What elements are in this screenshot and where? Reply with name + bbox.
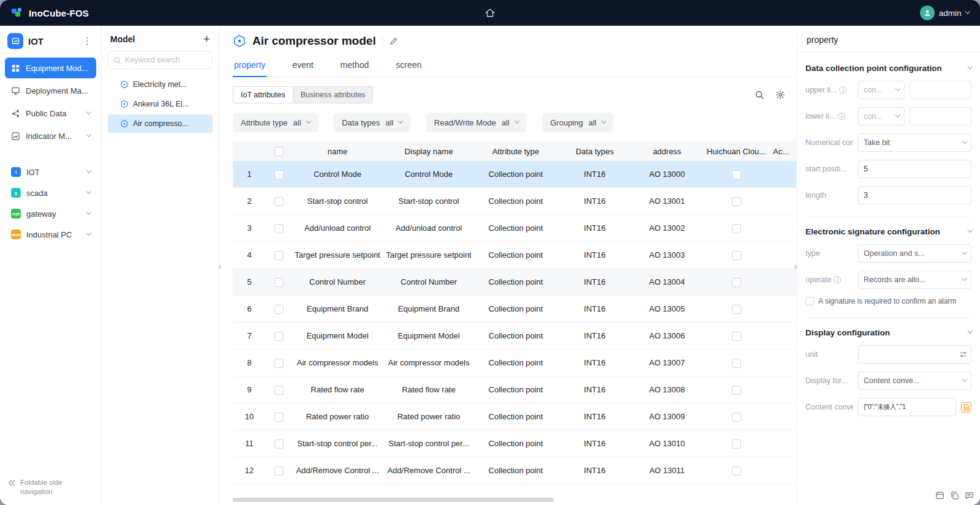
- filter-data-types[interactable]: Data types all: [334, 113, 410, 132]
- table-row[interactable]: 12Add/Remove Control ...Add/Remove Contr…: [233, 457, 796, 484]
- tab-property[interactable]: property: [233, 56, 266, 77]
- filter-attribute-type[interactable]: Attribute type all: [233, 113, 318, 132]
- tab-iot-attributes[interactable]: IoT attributes: [233, 86, 293, 103]
- row-checkbox[interactable]: [274, 251, 284, 260]
- fold-sidebar-button[interactable]: Foldable side navigation: [5, 478, 85, 496]
- sidebar-item-deployment[interactable]: Deployment Ma...: [5, 80, 96, 101]
- huichuan-checkbox[interactable]: [732, 440, 741, 449]
- gear-icon[interactable]: [775, 90, 785, 100]
- home-icon[interactable]: [484, 8, 496, 18]
- start-position-input[interactable]: [858, 160, 971, 178]
- info-icon[interactable]: i: [834, 276, 841, 283]
- table-row[interactable]: 5Control NumberControl NumberCollection …: [233, 269, 796, 296]
- table-row[interactable]: 1Control ModeControl ModeCollection poin…: [233, 161, 796, 188]
- numerical-conversion-select[interactable]: Take bit: [858, 133, 971, 152]
- sidebar-group-gateway[interactable]: net gateway: [5, 203, 96, 224]
- sidebar-item-equipment-model[interactable]: Equipment Mod...: [5, 58, 96, 78]
- table-row[interactable]: 10Rated power ratioRated power ratioColl…: [233, 403, 796, 430]
- model-search-input[interactable]: [125, 56, 207, 64]
- signature-type-select[interactable]: Operation and s...: [858, 244, 971, 263]
- row-checkbox[interactable]: [274, 224, 284, 233]
- model-tree-item-selected[interactable]: Air compresso...: [108, 114, 213, 133]
- comment-icon[interactable]: [965, 491, 974, 500]
- tab-screen[interactable]: screen: [394, 56, 423, 77]
- content-file-icon[interactable]: [961, 402, 971, 413]
- unit-input[interactable]: [858, 345, 971, 364]
- huichuan-checkbox[interactable]: [732, 413, 741, 422]
- edit-icon[interactable]: [389, 37, 398, 46]
- table-row[interactable]: 8Air compressor modelsAir compressor mod…: [233, 350, 796, 376]
- sidebar-item-public-data[interactable]: Public Data: [5, 103, 96, 124]
- length-input[interactable]: [858, 186, 971, 204]
- table-row[interactable]: 7Equipment ModelEquipment ModelCollectio…: [233, 323, 796, 350]
- huichuan-checkbox[interactable]: [732, 305, 741, 314]
- cell-address: AO 13003: [632, 250, 702, 260]
- table-row[interactable]: 4Target pressure setpointTarget pressure…: [233, 242, 796, 269]
- huichuan-checkbox[interactable]: [732, 466, 741, 476]
- tab-event[interactable]: event: [291, 56, 314, 77]
- cell-data-type: INT16: [557, 170, 632, 179]
- table-row[interactable]: 2Start-stop controlStart-stop controlCol…: [233, 188, 796, 215]
- info-icon[interactable]: i: [839, 86, 846, 94]
- info-icon[interactable]: i: [838, 113, 845, 120]
- header-display-name: Display name: [383, 147, 474, 156]
- row-checkbox[interactable]: [274, 170, 284, 179]
- lower-limit-input[interactable]: [910, 107, 971, 125]
- section-header-data-collection[interactable]: Data collection point configuration: [805, 64, 971, 73]
- tab-business-attributes[interactable]: Business attributes: [293, 86, 374, 103]
- sidebar-item-indicator[interactable]: Indicator M...: [5, 125, 96, 146]
- table-body: 1Control ModeControl ModeCollection poin…: [233, 161, 796, 484]
- huichuan-checkbox[interactable]: [732, 359, 741, 368]
- row-checkbox[interactable]: [274, 197, 284, 206]
- filter-grouping[interactable]: Grouping all: [542, 113, 613, 132]
- sidebar-group-iot[interactable]: I IOT: [5, 162, 96, 182]
- table-row[interactable]: 6Equipment BrandEquipment BrandCollectio…: [233, 296, 796, 323]
- content-conversion-input[interactable]: [858, 398, 956, 416]
- row-checkbox[interactable]: [274, 332, 284, 341]
- model-tree-item[interactable]: Electricity met...: [108, 75, 213, 94]
- scrollbar-thumb[interactable]: [233, 498, 554, 502]
- alarm-signature-checkbox[interactable]: [805, 297, 814, 305]
- row-checkbox[interactable]: [274, 440, 284, 449]
- upper-limit-input[interactable]: [910, 81, 971, 99]
- display-format-select[interactable]: Content conve...: [858, 372, 971, 390]
- huichuan-checkbox[interactable]: [732, 251, 741, 260]
- search-icon[interactable]: [755, 90, 764, 100]
- upper-limit-select[interactable]: con...: [858, 81, 905, 99]
- row-checkbox[interactable]: [274, 305, 284, 314]
- unit-picker-icon[interactable]: [959, 351, 967, 359]
- sidebar-group-industrial-pc[interactable]: wor Industrial PC: [5, 224, 96, 245]
- tab-method[interactable]: method: [339, 56, 371, 77]
- user-menu[interactable]: admin: [920, 6, 969, 20]
- monitor-icon[interactable]: [935, 491, 944, 500]
- cell-data-type: INT16: [557, 466, 632, 475]
- huichuan-checkbox[interactable]: [732, 332, 741, 341]
- section-header-electronic-signature[interactable]: Electronic signature configuration: [805, 227, 971, 236]
- collapse-right-panel-handle[interactable]: ›: [791, 261, 800, 270]
- model-tree-item[interactable]: Ankerui 36L El...: [108, 95, 213, 113]
- sidebar-item-label: Public Data: [26, 109, 66, 118]
- huichuan-checkbox[interactable]: [732, 224, 741, 233]
- lower-limit-select[interactable]: con...: [858, 107, 905, 125]
- row-checkbox[interactable]: [274, 466, 284, 476]
- copy-icon[interactable]: [950, 491, 959, 500]
- table-row[interactable]: 3Add/unload controlAdd/unload controlCol…: [233, 215, 796, 242]
- table-row[interactable]: 11Start-stop control per...Start-stop co…: [233, 430, 796, 457]
- collapse-left-panel-handle[interactable]: ‹: [216, 261, 224, 270]
- row-checkbox[interactable]: [274, 413, 284, 422]
- huichuan-checkbox[interactable]: [732, 386, 741, 395]
- row-checkbox[interactable]: [274, 386, 284, 395]
- row-checkbox[interactable]: [274, 278, 284, 287]
- sidebar-group-scada[interactable]: s scada: [5, 182, 96, 203]
- huichuan-checkbox[interactable]: [732, 197, 741, 206]
- section-header-display-configuration[interactable]: Display configuration: [805, 328, 971, 337]
- row-checkbox[interactable]: [274, 359, 284, 368]
- add-model-button[interactable]: +: [203, 33, 210, 45]
- table-row[interactable]: 9Rated flow rateRated flow rateCollectio…: [233, 376, 796, 403]
- huichuan-checkbox[interactable]: [732, 278, 741, 287]
- select-all-checkbox[interactable]: [274, 147, 284, 156]
- filter-read-write-mode[interactable]: Read/Write Mode all: [426, 113, 526, 132]
- more-options-icon[interactable]: ⋮: [81, 36, 94, 47]
- operate-select[interactable]: Records are allo...: [858, 271, 971, 289]
- huichuan-checkbox[interactable]: [732, 170, 741, 179]
